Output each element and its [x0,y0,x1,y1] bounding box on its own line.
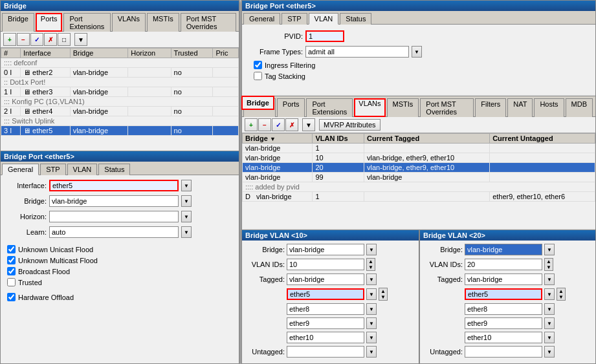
tag-stacking-checkbox[interactable] [254,72,262,80]
tab-stp-top[interactable]: STP [281,13,307,25]
table-row[interactable]: vlan-bridge 1 [243,144,595,153]
mvrp-attributes-btn[interactable]: MVRP Attributes [319,119,381,131]
bv20-ether8-input[interactable] [465,303,542,315]
x-button[interactable]: ✗ [44,33,57,46]
tab-port-mst-mid[interactable]: Port MST Overrides [420,98,474,117]
table-row[interactable]: D vlan-bridge 1 ether9, ether10, ether6 [243,192,595,202]
tab-vlans-mid[interactable]: VLANs [354,98,385,117]
unknown-unicast-checkbox[interactable] [7,245,16,253]
bv20-vlanids-input[interactable] [465,259,542,270]
bv10-ether5-down[interactable]: ▼ [379,294,387,300]
tab-general[interactable]: General [2,164,39,175]
bv20-ether9-dropdown[interactable]: ▼ [544,317,555,329]
tab-status-top[interactable]: Status [340,13,371,25]
learn-input[interactable] [49,226,179,238]
bv10-ether5-dropdown[interactable]: ▼ [366,288,377,300]
bv10-bridge-dropdown[interactable]: ▼ [366,244,377,255]
bv20-tagged-dropdown[interactable]: ▼ [544,273,555,285]
bv20-tagged-input[interactable] [465,273,542,285]
bv10-ether5-input[interactable] [287,288,364,300]
bv20-ether9-input[interactable] [465,317,542,329]
bv10-ether9-input[interactable] [287,317,364,329]
bv20-bridge-input[interactable] [465,244,542,255]
bv20-ether10-dropdown[interactable]: ▼ [544,332,555,343]
remove-button[interactable]: − [17,33,30,46]
pvid-input[interactable] [305,30,344,42]
table-row[interactable]: 0 I 🖥 ether2 vlan-bridge no [1,68,239,78]
broadcast-flood-checkbox[interactable] [7,267,16,275]
bv20-spin-down[interactable]: ▼ [545,264,553,270]
frame-types-input[interactable] [305,46,409,58]
bv10-tagged-input[interactable] [287,273,364,285]
bv20-untagged-dropdown[interactable]: ▼ [544,346,555,358]
bv10-untagged-dropdown[interactable]: ▼ [366,346,377,358]
tab-ports[interactable]: Ports [36,13,63,32]
bridge-input[interactable] [49,195,179,207]
bv10-ether10-dropdown[interactable]: ▼ [366,332,377,343]
tab-filters-mid[interactable]: Filters [475,98,506,117]
tab-vlan[interactable]: VLAN [67,164,98,175]
remove-btn-mid[interactable]: − [258,118,271,131]
tab-mstis[interactable]: MSTIs [147,13,179,32]
copy-button[interactable]: □ [58,33,71,46]
tab-hosts-mid[interactable]: Hosts [534,98,564,117]
tab-general-top[interactable]: General [243,13,280,25]
tab-bridge[interactable]: Bridge [2,13,34,32]
table-row[interactable]: vlan-bridge 20 vlan-bridge, ether9, ethe… [243,163,595,173]
table-row[interactable]: 2 I 🖥 ether4 vlan-bridge no [1,107,239,116]
frame-types-dropdown[interactable]: ▼ [412,46,422,58]
tab-port-mst-overrides[interactable]: Port MST Overrides [181,13,236,32]
bv20-untagged-input[interactable] [465,346,542,358]
learn-dropdown[interactable]: ▼ [181,226,192,238]
tab-port-extensions[interactable]: Port Extensions [63,13,110,32]
bv10-ether8-input[interactable] [287,303,364,315]
bv10-ether8-dropdown[interactable]: ▼ [366,303,377,315]
interface-dropdown[interactable]: ▼ [181,180,192,191]
check-btn-mid[interactable]: ✓ [272,118,285,131]
bv10-ether5-up[interactable]: ▲ [379,288,387,294]
trusted-checkbox[interactable] [7,278,16,286]
bv20-ether5-up[interactable]: ▲ [557,288,565,294]
bv10-spin-down[interactable]: ▼ [367,264,375,270]
bv10-vlanids-input[interactable] [287,259,364,270]
bv10-ether10-input[interactable] [287,332,364,343]
filter-btn-mid[interactable]: ▼ [302,118,315,131]
tab-port-ext-mid[interactable]: Port Extensions [306,98,353,117]
tab-mstis-mid[interactable]: MSTIs [387,98,419,117]
interface-input[interactable] [49,180,179,191]
bv20-spin-up[interactable]: ▲ [545,259,553,264]
add-button[interactable]: + [3,33,16,46]
table-row[interactable]: vlan-bridge 99 vlan-bridge [243,173,595,182]
bv10-ether9-dropdown[interactable]: ▼ [366,317,377,329]
bv10-spin-up[interactable]: ▲ [367,259,375,264]
tab-ports-mid[interactable]: Ports [277,98,305,117]
bridge-dropdown[interactable]: ▼ [181,195,192,207]
check-button[interactable]: ✓ [30,33,43,46]
bv20-ether5-down[interactable]: ▼ [557,294,565,300]
bv10-tagged-dropdown[interactable]: ▼ [366,273,377,285]
bv20-bridge-dropdown[interactable]: ▼ [544,244,555,255]
add-btn-mid[interactable]: + [245,118,258,131]
tab-stp[interactable]: STP [40,164,65,175]
bv20-ether5-dropdown[interactable]: ▼ [544,288,555,300]
tab-mdb-mid[interactable]: MDB [566,98,593,117]
ingress-filtering-checkbox[interactable] [254,61,262,69]
tab-vlan-top[interactable]: VLAN [309,13,339,25]
bv20-ether5-input[interactable] [465,288,542,300]
hardware-offload-checkbox[interactable] [7,293,16,301]
bv10-untagged-input[interactable] [287,346,364,358]
table-row[interactable]: vlan-bridge 10 vlan-bridge, ether9, ethe… [243,153,595,163]
bv10-bridge-input[interactable] [287,244,364,255]
horizon-dropdown[interactable]: ▼ [181,211,192,222]
unknown-multicast-checkbox[interactable] [7,256,16,264]
table-row[interactable]: 1 I 🖥 ether3 vlan-bridge no [1,87,239,97]
x-btn-mid[interactable]: ✗ [285,118,298,131]
tab-status[interactable]: Status [98,164,130,175]
bv20-ether8-dropdown[interactable]: ▼ [544,303,555,315]
filter-button[interactable]: ▼ [74,33,87,46]
table-row[interactable]: 3 I 🖥 ether5 vlan-bridge no [1,126,239,136]
bv20-ether10-input[interactable] [465,332,542,343]
tab-nat-mid[interactable]: NAT [507,98,533,117]
horizon-input[interactable] [49,211,179,222]
tab-vlans[interactable]: VLANs [112,13,146,32]
